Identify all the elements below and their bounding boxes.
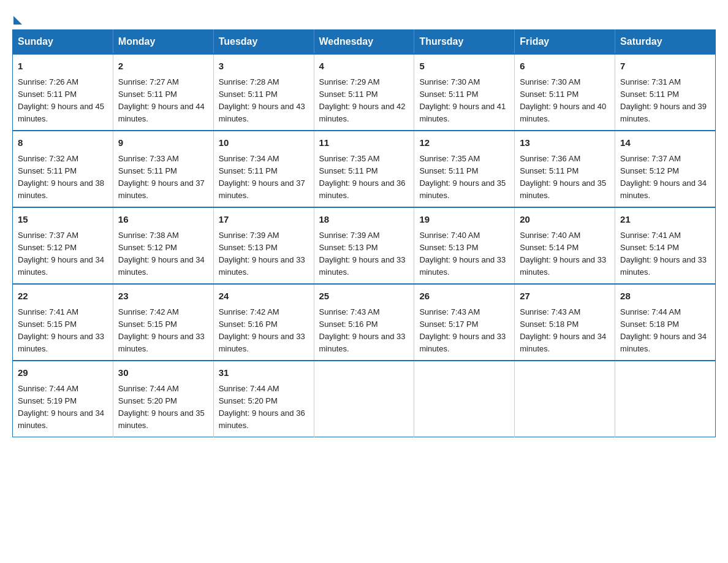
day-number: 29	[18, 366, 108, 380]
day-info: Sunrise: 7:44 AMSunset: 5:20 PMDaylight:…	[219, 384, 305, 430]
calendar-cell	[615, 361, 716, 437]
weekday-header-sunday: Sunday	[13, 30, 113, 55]
calendar-cell: 8 Sunrise: 7:32 AMSunset: 5:11 PMDayligh…	[13, 131, 113, 207]
calendar-body: 1 Sunrise: 7:26 AMSunset: 5:11 PMDayligh…	[13, 54, 716, 437]
day-info: Sunrise: 7:44 AMSunset: 5:18 PMDaylight:…	[620, 307, 707, 353]
calendar-cell: 23 Sunrise: 7:42 AMSunset: 5:15 PMDaylig…	[113, 284, 213, 361]
day-info: Sunrise: 7:39 AMSunset: 5:13 PMDaylight:…	[319, 231, 406, 277]
calendar-cell: 18 Sunrise: 7:39 AMSunset: 5:13 PMDaylig…	[314, 207, 414, 284]
day-number: 10	[219, 136, 309, 150]
day-info: Sunrise: 7:32 AMSunset: 5:11 PMDaylight:…	[18, 154, 104, 200]
calendar-cell: 19 Sunrise: 7:40 AMSunset: 5:13 PMDaylig…	[414, 207, 515, 284]
day-number: 3	[219, 59, 309, 74]
day-number: 17	[219, 213, 309, 227]
calendar-week-row: 1 Sunrise: 7:26 AMSunset: 5:11 PMDayligh…	[13, 54, 716, 131]
calendar-cell	[414, 361, 515, 437]
day-info: Sunrise: 7:34 AMSunset: 5:11 PMDaylight:…	[219, 154, 305, 200]
weekday-header-monday: Monday	[113, 30, 213, 55]
weekday-header-wednesday: Wednesday	[314, 30, 414, 55]
calendar-cell	[314, 361, 414, 437]
calendar-week-row: 22 Sunrise: 7:41 AMSunset: 5:15 PMDaylig…	[13, 284, 716, 361]
day-number: 28	[620, 289, 710, 304]
calendar-cell: 5 Sunrise: 7:30 AMSunset: 5:11 PMDayligh…	[414, 54, 515, 131]
day-info: Sunrise: 7:43 AMSunset: 5:16 PMDaylight:…	[319, 307, 406, 353]
day-number: 9	[118, 136, 208, 150]
day-number: 31	[219, 366, 309, 380]
calendar-cell: 9 Sunrise: 7:33 AMSunset: 5:11 PMDayligh…	[113, 131, 213, 207]
day-info: Sunrise: 7:36 AMSunset: 5:11 PMDaylight:…	[520, 154, 606, 200]
calendar-header: SundayMondayTuesdayWednesdayThursdayFrid…	[13, 30, 716, 55]
day-number: 24	[219, 289, 309, 304]
calendar-cell: 1 Sunrise: 7:26 AMSunset: 5:11 PMDayligh…	[13, 54, 113, 131]
day-info: Sunrise: 7:35 AMSunset: 5:11 PMDaylight:…	[419, 154, 506, 200]
weekday-header-friday: Friday	[515, 30, 615, 55]
day-number: 1	[18, 59, 108, 74]
day-number: 21	[620, 213, 710, 227]
day-info: Sunrise: 7:26 AMSunset: 5:11 PMDaylight:…	[18, 77, 104, 123]
day-number: 14	[620, 136, 710, 150]
calendar-cell: 10 Sunrise: 7:34 AMSunset: 5:11 PMDaylig…	[213, 131, 314, 207]
day-number: 19	[419, 213, 509, 227]
calendar-cell: 24 Sunrise: 7:42 AMSunset: 5:16 PMDaylig…	[213, 284, 314, 361]
day-number: 8	[18, 136, 108, 150]
calendar-cell: 28 Sunrise: 7:44 AMSunset: 5:18 PMDaylig…	[615, 284, 716, 361]
day-info: Sunrise: 7:41 AMSunset: 5:14 PMDaylight:…	[620, 231, 707, 277]
day-info: Sunrise: 7:27 AMSunset: 5:11 PMDaylight:…	[118, 77, 205, 123]
day-info: Sunrise: 7:42 AMSunset: 5:15 PMDaylight:…	[118, 307, 205, 353]
day-info: Sunrise: 7:38 AMSunset: 5:12 PMDaylight:…	[118, 231, 205, 277]
calendar-cell: 11 Sunrise: 7:35 AMSunset: 5:11 PMDaylig…	[314, 131, 414, 207]
calendar-cell: 16 Sunrise: 7:38 AMSunset: 5:12 PMDaylig…	[113, 207, 213, 284]
day-number: 7	[620, 59, 710, 74]
calendar-cell: 7 Sunrise: 7:31 AMSunset: 5:11 PMDayligh…	[615, 54, 716, 131]
day-number: 13	[520, 136, 610, 150]
day-info: Sunrise: 7:35 AMSunset: 5:11 PMDaylight:…	[319, 154, 406, 200]
calendar-cell: 2 Sunrise: 7:27 AMSunset: 5:11 PMDayligh…	[113, 54, 213, 131]
day-number: 27	[520, 289, 610, 304]
day-info: Sunrise: 7:42 AMSunset: 5:16 PMDaylight:…	[219, 307, 305, 353]
day-info: Sunrise: 7:30 AMSunset: 5:11 PMDaylight:…	[419, 77, 506, 123]
day-info: Sunrise: 7:44 AMSunset: 5:20 PMDaylight:…	[118, 384, 205, 430]
day-info: Sunrise: 7:29 AMSunset: 5:11 PMDaylight:…	[319, 77, 406, 123]
calendar-cell: 27 Sunrise: 7:43 AMSunset: 5:18 PMDaylig…	[515, 284, 615, 361]
calendar-table: SundayMondayTuesdayWednesdayThursdayFrid…	[12, 29, 716, 437]
calendar-cell: 31 Sunrise: 7:44 AMSunset: 5:20 PMDaylig…	[213, 361, 314, 437]
calendar-cell	[515, 361, 615, 437]
logo	[12, 12, 22, 23]
day-info: Sunrise: 7:30 AMSunset: 5:11 PMDaylight:…	[520, 77, 606, 123]
day-number: 6	[520, 59, 610, 74]
day-info: Sunrise: 7:33 AMSunset: 5:11 PMDaylight:…	[118, 154, 205, 200]
day-number: 18	[319, 213, 409, 227]
calendar-cell: 12 Sunrise: 7:35 AMSunset: 5:11 PMDaylig…	[414, 131, 515, 207]
day-info: Sunrise: 7:44 AMSunset: 5:19 PMDaylight:…	[18, 384, 104, 430]
calendar-cell: 20 Sunrise: 7:40 AMSunset: 5:14 PMDaylig…	[515, 207, 615, 284]
day-number: 12	[419, 136, 509, 150]
weekday-header-row: SundayMondayTuesdayWednesdayThursdayFrid…	[13, 30, 716, 55]
day-number: 26	[419, 289, 509, 304]
day-number: 5	[419, 59, 509, 74]
day-number: 16	[118, 213, 208, 227]
calendar-cell: 30 Sunrise: 7:44 AMSunset: 5:20 PMDaylig…	[113, 361, 213, 437]
calendar-cell: 13 Sunrise: 7:36 AMSunset: 5:11 PMDaylig…	[515, 131, 615, 207]
day-number: 23	[118, 289, 208, 304]
logo-arrow-icon	[13, 16, 22, 25]
calendar-cell: 4 Sunrise: 7:29 AMSunset: 5:11 PMDayligh…	[314, 54, 414, 131]
weekday-header-tuesday: Tuesday	[213, 30, 314, 55]
day-info: Sunrise: 7:43 AMSunset: 5:17 PMDaylight:…	[419, 307, 506, 353]
day-number: 22	[18, 289, 108, 304]
day-number: 2	[118, 59, 208, 74]
day-info: Sunrise: 7:37 AMSunset: 5:12 PMDaylight:…	[18, 231, 104, 277]
day-info: Sunrise: 7:40 AMSunset: 5:14 PMDaylight:…	[520, 231, 606, 277]
day-number: 30	[118, 366, 208, 380]
calendar-cell: 29 Sunrise: 7:44 AMSunset: 5:19 PMDaylig…	[13, 361, 113, 437]
weekday-header-saturday: Saturday	[615, 30, 716, 55]
day-info: Sunrise: 7:37 AMSunset: 5:12 PMDaylight:…	[620, 154, 707, 200]
day-info: Sunrise: 7:31 AMSunset: 5:11 PMDaylight:…	[620, 77, 707, 123]
day-info: Sunrise: 7:41 AMSunset: 5:15 PMDaylight:…	[18, 307, 104, 353]
day-info: Sunrise: 7:28 AMSunset: 5:11 PMDaylight:…	[219, 77, 305, 123]
calendar-week-row: 29 Sunrise: 7:44 AMSunset: 5:19 PMDaylig…	[13, 361, 716, 437]
calendar-cell: 17 Sunrise: 7:39 AMSunset: 5:13 PMDaylig…	[213, 207, 314, 284]
calendar-cell: 22 Sunrise: 7:41 AMSunset: 5:15 PMDaylig…	[13, 284, 113, 361]
day-number: 4	[319, 59, 409, 74]
calendar-cell: 6 Sunrise: 7:30 AMSunset: 5:11 PMDayligh…	[515, 54, 615, 131]
calendar-cell: 26 Sunrise: 7:43 AMSunset: 5:17 PMDaylig…	[414, 284, 515, 361]
